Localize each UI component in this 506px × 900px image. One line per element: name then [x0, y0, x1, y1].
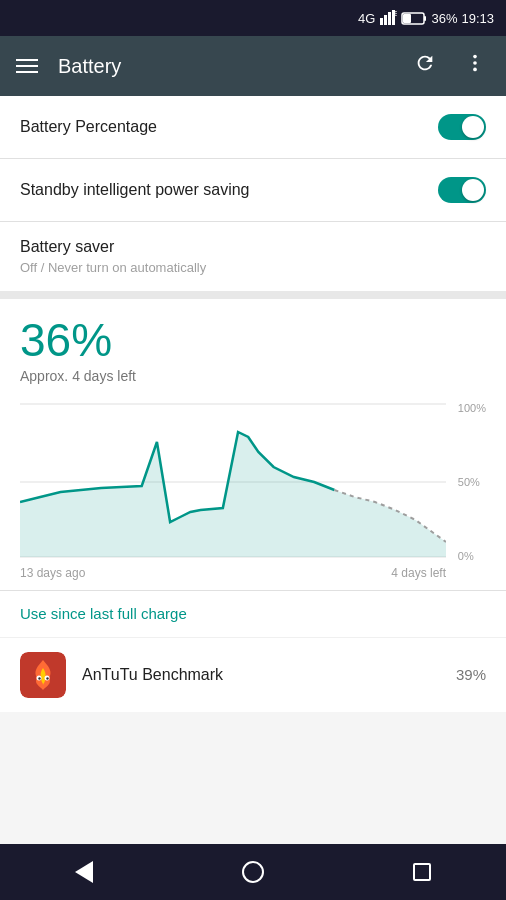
back-button[interactable]: [59, 847, 109, 897]
svg-point-17: [38, 677, 40, 679]
svg-rect-6: [424, 16, 426, 21]
more-options-button[interactable]: [460, 52, 490, 80]
status-icons: 4G B 36% 19:13: [358, 10, 494, 26]
battery-icon: [401, 10, 427, 26]
app-percent-antutu: 39%: [456, 666, 486, 683]
svg-point-10: [473, 68, 477, 72]
battery-percent-large: 36%: [20, 315, 486, 366]
battery-approx-text: Approx. 4 days left: [20, 368, 486, 384]
svg-rect-0: [380, 18, 383, 25]
recent-button[interactable]: [397, 847, 447, 897]
refresh-button[interactable]: [410, 52, 440, 80]
time-text: 19:13: [461, 11, 494, 26]
back-icon: [75, 861, 93, 883]
use-since-section[interactable]: Use since last full charge: [0, 590, 506, 637]
app-icon-antutu: [20, 652, 66, 698]
app-bar: Battery: [0, 36, 506, 96]
svg-text:B: B: [394, 10, 397, 17]
chart-x-label-left: 13 days ago: [20, 566, 85, 580]
app-row[interactable]: AnTuTu Benchmark 39%: [0, 637, 506, 712]
battery-percent-status: 36%: [431, 11, 457, 26]
menu-icon[interactable]: [16, 59, 38, 73]
chart-x-labels: 13 days ago 4 days left: [20, 566, 446, 580]
chart-y-label-100: 100%: [458, 402, 486, 414]
battery-chart-area: 100% 50% 0% 13 days ago 4 days left: [0, 402, 506, 590]
standby-power-label: Standby intelligent power saving: [20, 181, 249, 199]
battery-saver-title: Battery saver: [20, 238, 486, 256]
svg-point-8: [473, 55, 477, 59]
standby-power-row: Standby intelligent power saving: [0, 159, 506, 222]
svg-rect-1: [384, 15, 387, 25]
battery-saver-row[interactable]: Battery saver Off / Never turn on automa…: [0, 222, 506, 299]
chart-x-label-right: 4 days left: [391, 566, 446, 580]
battery-chart: [20, 402, 446, 562]
signal-text: 4G: [358, 11, 375, 26]
battery-saver-subtitle: Off / Never turn on automatically: [20, 260, 486, 275]
use-since-text: Use since last full charge: [20, 605, 187, 622]
battery-percentage-label: Battery Percentage: [20, 118, 157, 136]
standby-power-toggle[interactable]: [438, 177, 486, 203]
svg-rect-7: [403, 14, 411, 23]
svg-rect-2: [388, 12, 391, 25]
app-name-antutu: AnTuTu Benchmark: [82, 666, 440, 684]
page-title: Battery: [58, 55, 390, 78]
battery-chart-svg: [20, 402, 446, 562]
svg-point-18: [46, 677, 48, 679]
nav-bar: [0, 844, 506, 900]
chart-y-label-50: 50%: [458, 476, 486, 488]
home-button[interactable]: [228, 847, 278, 897]
content-area: Battery Percentage Standby intelligent p…: [0, 96, 506, 712]
chart-y-label-0: 0%: [458, 550, 486, 562]
battery-percentage-row: Battery Percentage: [0, 96, 506, 159]
battery-percentage-toggle[interactable]: [438, 114, 486, 140]
recent-icon: [413, 863, 431, 881]
status-bar: 4G B 36% 19:13: [0, 0, 506, 36]
signal-bars-icon: B: [379, 10, 397, 26]
svg-point-9: [473, 61, 477, 65]
home-icon: [242, 861, 264, 883]
battery-status-section: 36% Approx. 4 days left: [0, 299, 506, 402]
